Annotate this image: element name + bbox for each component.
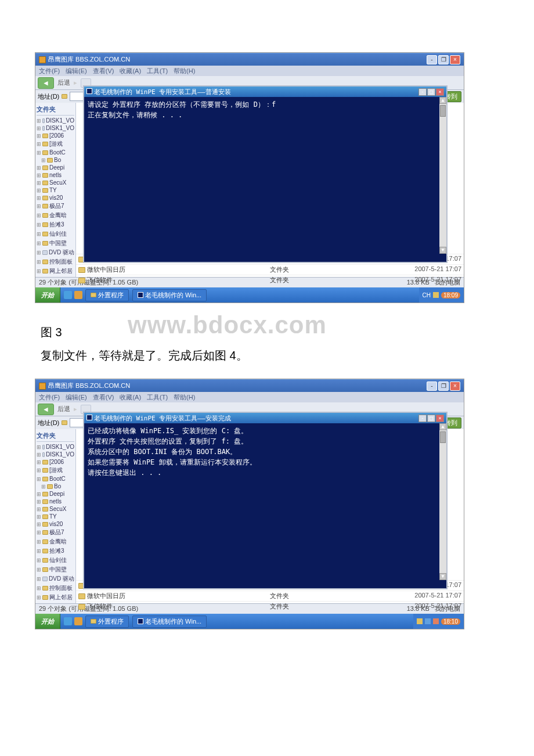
- back-button[interactable]: ◄: [38, 77, 54, 89]
- lang-indicator[interactable]: CH: [423, 292, 431, 298]
- tree-item[interactable]: ⊞金鹰暗: [37, 211, 74, 220]
- start-button[interactable]: 开始: [35, 614, 60, 629]
- console-minimize[interactable]: -: [418, 415, 427, 422]
- tree-item[interactable]: ⊞TY: [37, 513, 74, 520]
- tree-item[interactable]: ⊞控制面板: [37, 257, 74, 267]
- tray-icon[interactable]: [433, 292, 439, 298]
- table-row[interactable]: 微软中国日历文件夹2007-5-21 17:07: [76, 591, 464, 601]
- tray-icon[interactable]: [433, 618, 439, 624]
- close-button[interactable]: ×: [450, 55, 460, 64]
- maximize-button[interactable]: ❐: [438, 55, 449, 64]
- scroll-down[interactable]: ▼: [439, 247, 446, 254]
- tree-item[interactable]: ⊞回收站: [37, 602, 74, 603]
- quicklaunch-icon[interactable]: [74, 617, 82, 625]
- tree-item[interactable]: ⊞Deepi: [37, 164, 74, 171]
- tree-item[interactable]: ⊞[2006: [37, 132, 74, 139]
- tree-item[interactable]: ⊞BootC: [37, 475, 74, 483]
- menu-edit[interactable]: 编辑(E): [66, 393, 87, 401]
- tree-item[interactable]: ⊞Deepi: [37, 490, 74, 498]
- console-line: 外置程序 文件夹按照您的设置，复制到了 f: 盘。: [88, 436, 443, 447]
- tree-item[interactable]: ⊞DISK1_VO: [37, 451, 74, 458]
- start-button[interactable]: 开始: [35, 287, 60, 303]
- console-minimize[interactable]: -: [418, 88, 427, 96]
- minimize-button[interactable]: -: [427, 55, 437, 64]
- tree-item[interactable]: ⊞Bo: [37, 156, 74, 164]
- tree-item[interactable]: ⊞vis20: [37, 194, 74, 201]
- tree-item[interactable]: ⊞DISK1_VO: [37, 117, 74, 124]
- tree-item[interactable]: ⊞vis20: [37, 520, 74, 528]
- table-row[interactable]: 飞信软件文件夹2007-5-21 17:07: [76, 601, 464, 611]
- tree-item[interactable]: ⊞BootC: [37, 149, 74, 156]
- tree-item[interactable]: ⊞TY: [37, 186, 74, 194]
- menu-file[interactable]: 文件(F): [39, 67, 60, 75]
- menu-file[interactable]: 文件(F): [39, 393, 60, 401]
- tree-item[interactable]: ⊞DISK1_VO: [37, 443, 74, 451]
- quicklaunch-icon[interactable]: [64, 291, 72, 299]
- console-line: 系统分区中的 BOOT.INI 备份为 BOOT.BAK。: [88, 447, 443, 457]
- quicklaunch-icon[interactable]: [64, 617, 72, 625]
- tree-item[interactable]: ⊞DVD 驱动: [37, 574, 74, 584]
- tree-item[interactable]: ⊞netls: [37, 498, 74, 505]
- tree-item[interactable]: ⊞网上邻居: [37, 267, 74, 276]
- back-button[interactable]: ◄: [38, 404, 54, 415]
- console-maximize[interactable]: □: [427, 88, 435, 96]
- app-icon: [39, 383, 46, 390]
- menu-favorites[interactable]: 收藏(A): [120, 393, 141, 401]
- maximize-button[interactable]: ❐: [438, 381, 449, 391]
- scroll-up[interactable]: ▲: [439, 423, 446, 430]
- tray-icon[interactable]: [417, 618, 423, 624]
- menu-view[interactable]: 查看(V): [93, 393, 114, 401]
- tree-item[interactable]: ⊞极品7: [37, 201, 74, 211]
- task-item[interactable]: 外置程序: [85, 289, 129, 301]
- menu-edit[interactable]: 编辑(E): [66, 67, 87, 75]
- taskbar: 开始 外置程序 老毛桃制作的 Win... CH 18:09: [35, 287, 464, 303]
- task-item[interactable]: 外置程序: [85, 615, 129, 628]
- tree-item[interactable]: ⊞中国壁: [37, 565, 74, 574]
- menu-help[interactable]: 帮助(H): [174, 393, 195, 401]
- tree-item[interactable]: ⊞仙剑佳: [37, 556, 74, 565]
- tree-item[interactable]: ⊞[游戏: [37, 466, 74, 475]
- menu-view[interactable]: 查看(V): [93, 67, 114, 75]
- table-row[interactable]: 飞信软件文件夹2007-5-21 17:07: [76, 275, 464, 285]
- scrollbar[interactable]: ▲ ▼: [439, 423, 446, 580]
- close-button[interactable]: ×: [450, 381, 460, 391]
- tree-item[interactable]: ⊞中国壁: [37, 239, 74, 248]
- menu-tools[interactable]: 工具(T): [147, 67, 168, 75]
- console-close[interactable]: ×: [436, 88, 444, 96]
- tree-item[interactable]: ⊞网上邻居: [37, 593, 74, 602]
- tree-item[interactable]: ⊞极品7: [37, 528, 74, 537]
- console-maximize[interactable]: □: [427, 415, 435, 422]
- minimize-button[interactable]: -: [427, 381, 437, 391]
- tray-icon[interactable]: [425, 618, 431, 624]
- clock: 18:09: [441, 292, 460, 298]
- tree-item[interactable]: ⊞[2006: [37, 458, 74, 466]
- task-item[interactable]: 老毛桃制作的 Win...: [132, 289, 207, 301]
- scroll-thumb[interactable]: [440, 431, 446, 443]
- tree-item[interactable]: ⊞控制面板: [37, 584, 74, 593]
- folder-tree-header: 文件夹: [37, 105, 74, 116]
- quicklaunch-icon[interactable]: [74, 291, 82, 299]
- tree-item[interactable]: ⊞SecuX: [37, 179, 74, 186]
- tree-item[interactable]: ⊞netls: [37, 171, 74, 179]
- menu-help[interactable]: 帮助(H): [174, 67, 195, 75]
- tree-item[interactable]: ⊞金鹰暗: [37, 537, 74, 546]
- tree-item[interactable]: ⊞SecuX: [37, 505, 74, 513]
- tree-item[interactable]: ⊞DISK1_VO: [37, 124, 74, 132]
- tree-item[interactable]: ⊞Bo: [37, 483, 74, 490]
- scroll-up[interactable]: ▲: [439, 97, 446, 104]
- tree-item[interactable]: ⊞回收站: [37, 276, 74, 277]
- tree-item[interactable]: ⊞DVD 驱动: [37, 248, 74, 257]
- task-item[interactable]: 老毛桃制作的 Win...: [132, 615, 207, 628]
- table-row[interactable]: 微软中国日历文件夹2007-5-21 17:07: [76, 264, 464, 275]
- scroll-down[interactable]: ▼: [439, 573, 446, 580]
- menu-favorites[interactable]: 收藏(A): [120, 67, 141, 75]
- tree-item[interactable]: ⊞仙剑佳: [37, 229, 74, 239]
- tree-item[interactable]: ⊞拾滩3: [37, 546, 74, 556]
- console-close[interactable]: ×: [436, 415, 444, 422]
- menu-tools[interactable]: 工具(T): [147, 393, 168, 401]
- console-body: 已经成功将镜像 WinPE.IS_ 安装到您的 C: 盘。 外置程序 文件夹按照…: [84, 423, 446, 580]
- tree-item[interactable]: ⊞[游戏: [37, 139, 74, 149]
- tree-item[interactable]: ⊞拾滩3: [37, 220, 74, 229]
- scroll-thumb[interactable]: [440, 105, 446, 117]
- scrollbar[interactable]: ▲ ▼: [439, 97, 446, 254]
